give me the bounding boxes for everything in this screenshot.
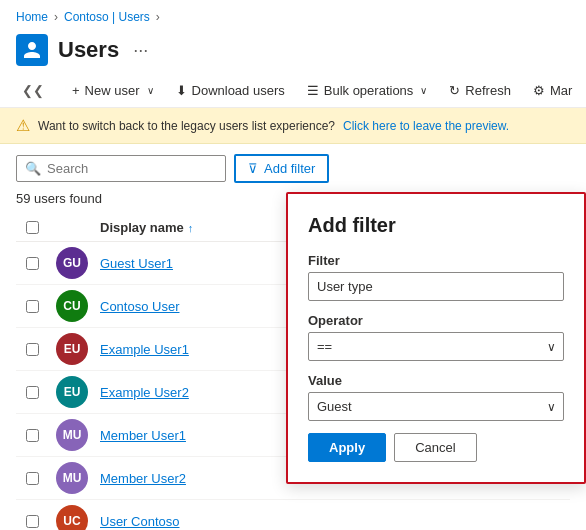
user-avatar-col: CU (56, 290, 92, 322)
user-avatar-col: EU (56, 333, 92, 365)
toolbar: ❮❮ + New user ∨ ⬇ Download users ☰ Bulk … (0, 74, 586, 108)
user-name-link[interactable]: Example User1 (100, 342, 189, 357)
download-label: Download users (192, 83, 285, 98)
breadcrumb-sep2: › (156, 10, 160, 24)
expand-icon[interactable]: ❮❮ (16, 79, 50, 102)
avatar-initials: EU (64, 342, 81, 356)
filter-label: Filter (308, 253, 564, 268)
bulk-operations-button[interactable]: ☰ Bulk operations ∨ (297, 78, 438, 103)
download-users-button[interactable]: ⬇ Download users (166, 78, 295, 103)
avatar: EU (56, 376, 88, 408)
user-name-link[interactable]: User Contoso (100, 514, 179, 529)
avatar: EU (56, 333, 88, 365)
refresh-button[interactable]: ↻ Refresh (439, 78, 521, 103)
bulk-chevron: ∨ (420, 85, 427, 96)
user-avatar-col: EU (56, 376, 92, 408)
value-select-wrapper: GuestMemberExternal ∨ (308, 392, 564, 421)
bulk-label: Bulk operations (324, 83, 414, 98)
header-checkbox-col (16, 221, 48, 234)
sort-icon[interactable]: ↑ (188, 222, 194, 234)
legacy-banner: ⚠ Want to switch back to the legacy user… (0, 108, 586, 144)
column-display-name: Display name (100, 220, 184, 235)
row-checkbox[interactable] (26, 343, 39, 356)
row-checkbox-col (16, 343, 48, 356)
avatar-initials: EU (64, 385, 81, 399)
new-user-chevron: ∨ (147, 85, 154, 96)
download-icon: ⬇ (176, 83, 187, 98)
avatar-initials: UC (63, 514, 80, 528)
settings-icon: ⚙ (533, 83, 545, 98)
filter-icon: ⊽ (248, 161, 258, 176)
user-name-link[interactable]: Member User2 (100, 471, 186, 486)
filter-row: 🔍 ⊽ Add filter (16, 154, 570, 183)
value-label: Value (308, 373, 564, 388)
select-all-checkbox[interactable] (26, 221, 39, 234)
avatar: CU (56, 290, 88, 322)
search-icon: 🔍 (25, 161, 41, 176)
avatar-initials: CU (63, 299, 80, 313)
operator-select-wrapper: ==!=startsWithcontains ∨ (308, 332, 564, 361)
user-name-col: User Contoso (100, 514, 570, 529)
settings-button[interactable]: ⚙ Mar (523, 78, 582, 103)
filter-input[interactable] (308, 272, 564, 301)
add-filter-button[interactable]: ⊽ Add filter (234, 154, 329, 183)
refresh-label: Refresh (465, 83, 511, 98)
user-avatar-col: GU (56, 247, 92, 279)
table-row: UC User Contoso (16, 500, 570, 530)
avatar: UC (56, 505, 88, 530)
cancel-button[interactable]: Cancel (394, 433, 476, 462)
breadcrumb-contoso[interactable]: Contoso | Users (64, 10, 150, 24)
avatar: MU (56, 462, 88, 494)
page-title: Users (58, 37, 119, 63)
user-name-link[interactable]: Example User2 (100, 385, 189, 400)
user-name-link[interactable]: Guest User1 (100, 256, 173, 271)
value-select[interactable]: GuestMemberExternal (308, 392, 564, 421)
operator-select[interactable]: ==!=startsWithcontains (308, 332, 564, 361)
banner-message: Want to switch back to the legacy users … (38, 119, 335, 133)
row-checkbox[interactable] (26, 300, 39, 313)
avatar-initials: MU (63, 471, 82, 485)
breadcrumb: Home › Contoso | Users › (0, 0, 586, 30)
content-area: 🔍 ⊽ Add filter 59 users found Display na… (0, 144, 586, 530)
row-checkbox-col (16, 429, 48, 442)
row-checkbox-col (16, 300, 48, 313)
add-filter-panel: Add filter Filter Operator ==!=startsWit… (286, 192, 586, 484)
new-user-icon: + (72, 83, 80, 98)
apply-button[interactable]: Apply (308, 433, 386, 462)
user-avatar-col: UC (56, 505, 92, 530)
panel-actions: Apply Cancel (308, 433, 564, 462)
avatar: MU (56, 419, 88, 451)
user-avatar-col: MU (56, 419, 92, 451)
operator-label: Operator (308, 313, 564, 328)
page-header: Users ··· (0, 30, 586, 74)
panel-title: Add filter (308, 214, 564, 237)
user-name-link[interactable]: Member User1 (100, 428, 186, 443)
row-checkbox[interactable] (26, 515, 39, 528)
breadcrumb-sep1: › (54, 10, 58, 24)
search-box[interactable]: 🔍 (16, 155, 226, 182)
refresh-icon: ↻ (449, 83, 460, 98)
new-user-label: New user (85, 83, 140, 98)
row-checkbox-col (16, 257, 48, 270)
users-svg (22, 40, 42, 60)
user-avatar-col: MU (56, 462, 92, 494)
bulk-icon: ☰ (307, 83, 319, 98)
row-checkbox[interactable] (26, 472, 39, 485)
add-filter-label: Add filter (264, 161, 315, 176)
banner-link[interactable]: Click here to leave the preview. (343, 119, 509, 133)
avatar-initials: GU (63, 256, 81, 270)
avatar: GU (56, 247, 88, 279)
row-checkbox-col (16, 386, 48, 399)
new-user-button[interactable]: + New user ∨ (62, 78, 164, 103)
user-name-link[interactable]: Contoso User (100, 299, 179, 314)
avatar-initials: MU (63, 428, 82, 442)
search-input[interactable] (47, 161, 217, 176)
breadcrumb-home[interactable]: Home (16, 10, 48, 24)
row-checkbox[interactable] (26, 386, 39, 399)
row-checkbox[interactable] (26, 257, 39, 270)
page-more-button[interactable]: ··· (133, 40, 148, 61)
row-checkbox[interactable] (26, 429, 39, 442)
row-checkbox-col (16, 472, 48, 485)
row-checkbox-col (16, 515, 48, 528)
banner-warning-icon: ⚠ (16, 116, 30, 135)
